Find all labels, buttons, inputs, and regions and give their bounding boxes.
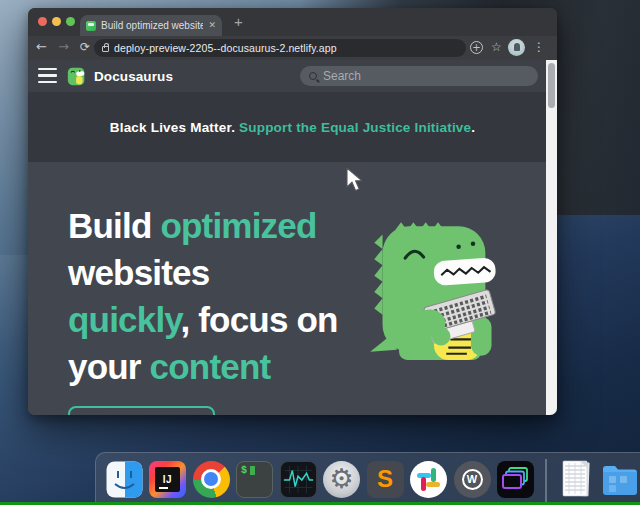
dock-finder-icon[interactable] (104, 459, 144, 499)
hero-text: websites (68, 253, 209, 292)
recording-indicator-bar (0, 502, 640, 505)
hero-section: Build optimizedwebsitesquickly, focus on… (28, 162, 557, 415)
url-text: deploy-preview-2205--docusaurus-2.netlif… (114, 42, 337, 54)
minimize-window-button[interactable] (52, 17, 61, 26)
forward-button[interactable]: → (58, 39, 69, 54)
page-content: Docusaurus Black Lives Matter. Support t… (28, 60, 557, 415)
brand-title[interactable]: Docusaurus (94, 69, 173, 84)
mouse-cursor (345, 167, 363, 194)
dock-chrome-icon[interactable] (191, 459, 231, 499)
hero-text: your (68, 347, 150, 386)
banner-link[interactable]: Support the Equal Justice Initiative (239, 120, 471, 135)
new-tab-button[interactable]: + (234, 13, 243, 30)
reload-button[interactable]: ⟳ (80, 40, 90, 54)
get-started-button[interactable] (68, 406, 215, 415)
hero-text-green: optimized (160, 206, 316, 245)
site-navbar: Docusaurus (28, 60, 557, 92)
hero-text-green: quickly (68, 300, 180, 339)
dock-downloads-folder-icon[interactable] (600, 459, 640, 499)
announcement-banner: Black Lives Matter. Support the Equal Ju… (28, 92, 557, 162)
dock-terminal-icon[interactable]: $ (235, 459, 275, 499)
zoom-window-button[interactable] (66, 17, 75, 26)
scrollbar-thumb[interactable] (548, 63, 555, 108)
scrollbar-track[interactable] (546, 60, 557, 415)
dock-separator (545, 459, 547, 503)
hero-text-green: content (150, 347, 271, 386)
tab-bar: Build optimized websites quic ✕ + (28, 8, 557, 36)
search-icon (309, 72, 317, 80)
docusaurus-favicon-icon (86, 21, 96, 31)
hamburger-menu-icon[interactable] (38, 68, 57, 83)
browser-tab[interactable]: Build optimized websites quic ✕ (80, 15, 222, 36)
dock-documents-stack-icon[interactable] (556, 459, 596, 499)
dock-slack-icon[interactable] (409, 459, 449, 499)
docusaurus-logo-icon[interactable] (66, 65, 88, 87)
banner-prefix: Black Lives Matter. (110, 120, 239, 135)
search-input[interactable] (323, 69, 529, 83)
bookmark-star-icon[interactable]: ☆ (491, 40, 502, 54)
browser-menu-icon[interactable]: ⋮ (533, 40, 545, 54)
send-to-device-icon[interactable]: + (470, 41, 483, 54)
browser-window: Build optimized websites quic ✕ + ← → ⟳ … (28, 8, 557, 415)
desktop: Build optimized websites quic ✕ + ← → ⟳ … (0, 0, 640, 505)
dock-sublime-text-icon[interactable]: S (365, 459, 405, 499)
close-window-button[interactable] (38, 17, 47, 26)
tab-title: Build optimized websites quic (101, 20, 203, 31)
hero-text: Build (68, 206, 160, 245)
search-box[interactable] (300, 66, 538, 86)
banner-suffix: . (471, 120, 475, 135)
banner-text: Black Lives Matter. Support the Equal Ju… (110, 120, 476, 135)
dock: IJ $ ⚙ S (95, 452, 640, 505)
url-bar[interactable]: deploy-preview-2205--docusaurus-2.netlif… (94, 39, 466, 57)
dock-activity-monitor-icon[interactable] (278, 459, 318, 499)
dock-screens-app-icon[interactable] (496, 459, 536, 499)
dock-intellij-idea-icon[interactable]: IJ (148, 459, 188, 499)
tab-close-icon[interactable]: ✕ (208, 21, 216, 30)
gear-icon: ⚙ (329, 465, 353, 492)
lock-icon (102, 46, 109, 52)
hero-text: , focus on (180, 300, 337, 339)
profile-avatar[interactable] (508, 39, 525, 56)
hero-heading: Build optimizedwebsitesquickly, focus on… (68, 202, 338, 390)
browser-toolbar: ← → ⟳ deploy-preview-2205--docusaurus-2.… (28, 36, 557, 60)
dock-workplace-icon[interactable]: W (452, 459, 492, 499)
back-button[interactable]: ← (36, 39, 47, 54)
dock-system-preferences-icon[interactable]: ⚙ (322, 459, 362, 499)
docusaurus-dino-illustration (368, 216, 504, 362)
